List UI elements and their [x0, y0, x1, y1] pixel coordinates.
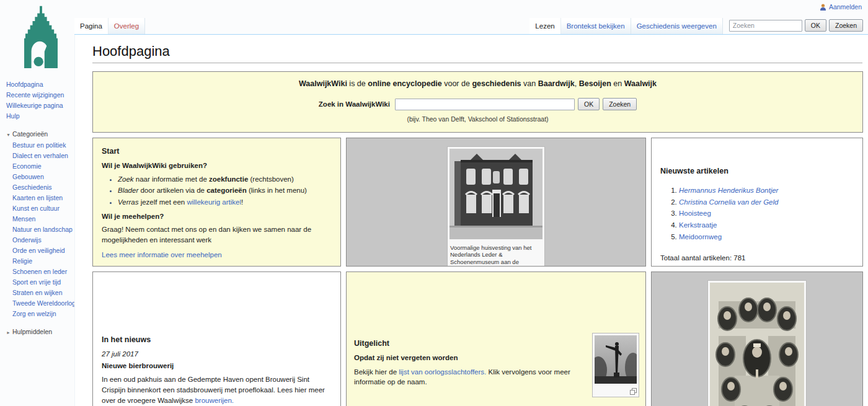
site-logo[interactable] — [11, 4, 71, 68]
meehelpen-link[interactable]: Lees meer informatie over meehelpen — [102, 251, 222, 258]
featured-title: Uitgelicht — [354, 338, 577, 349]
newest-articles-box: Nieuwste artikelen Hermannus Henderikus … — [651, 138, 863, 267]
tab-geschiedenis-weergeven[interactable]: Geschiedenis weergeven — [631, 18, 723, 34]
tab-brontekst-bekijken[interactable]: Brontekst bekijken — [561, 18, 631, 34]
war-memorial-photo[interactable] — [595, 335, 637, 384]
start-bullets: Zoek naar informatie met de zoekfunctie … — [118, 174, 332, 208]
sidebar-section-hulpmiddelen[interactable]: ►Hulpmiddelen — [6, 328, 74, 335]
email-icon: ✉ — [219, 267, 224, 267]
start-box: Start Wil je WaalwijkWiki gebruiken? Zoe… — [92, 138, 341, 267]
sidebar-item-category[interactable]: Kaarten en lijsten — [12, 193, 74, 203]
search-submit-button[interactable]: Zoeken — [829, 19, 863, 32]
portraits-thumb-card — [707, 280, 807, 406]
sidebar-item-category[interactable]: Straten en wijken — [12, 288, 74, 298]
banner-search-label: Zoek in WaalwijkWiki — [319, 99, 390, 110]
page-title: Hoofdpagina — [92, 43, 862, 63]
news-date: 27 juli 2017 — [102, 349, 332, 360]
sidebar-item-category[interactable]: Schoenen en leder — [12, 267, 74, 277]
banner-search-input[interactable] — [395, 99, 575, 110]
sidebar-item-category[interactable]: Dialect en verhalen — [12, 151, 74, 161]
sidebar-item-hulp[interactable]: Hulp — [6, 111, 74, 121]
news-body: In een oud pakhuis aan de Gedempte Haven… — [102, 374, 332, 405]
intro-text: WaalwijkWiki is de online encyclopedie v… — [93, 78, 862, 89]
featured-box: Uitgelicht Opdat zij niet vergeten worde… — [346, 271, 646, 406]
tab-pagina[interactable]: Pagina — [74, 18, 108, 34]
sidebar-item-category[interactable]: Economie — [12, 161, 74, 172]
museum-photo-box: Voormalige huisvesting van het Nederland… — [346, 138, 646, 267]
tab-bar: Pagina Overleg Lezen Brontekst bekijken … — [74, 19, 868, 35]
sidebar-item-category[interactable]: Religie — [12, 256, 74, 267]
banner-zoeken-button[interactable]: Zoeken — [603, 98, 637, 110]
sidebar-item-recente-wijzigingen[interactable]: Recente wijzigingen — [6, 90, 74, 100]
random-article-link[interactable]: willekeurig artikel — [187, 198, 241, 206]
personal-bar: Aanmelden — [820, 3, 862, 11]
museum-building-photo[interactable] — [450, 149, 542, 239]
tab-overleg[interactable]: Overleg — [108, 18, 145, 34]
sidebar-item-category[interactable]: Mensen — [12, 214, 74, 224]
newest-title: Nieuwste artikelen — [660, 165, 854, 177]
chevron-right-icon: ► — [6, 330, 12, 335]
sidebar-item-category[interactable]: Natuur en landschap — [12, 224, 74, 235]
start-question-1: Wil je WaalwijkWiki gebruiken? — [102, 161, 332, 171]
contact-line: Contact: waalwijkwiki@erstelinghe.nl✉ — [102, 265, 332, 267]
list-item[interactable]: Kerkstraatje — [679, 220, 854, 231]
sidebar: Hoofdpagina Recente wijzigingen Willekeu… — [0, 0, 74, 406]
banner-search-hint: (bijv. Theo van Delft, Vakschool of Stat… — [93, 115, 862, 124]
sidebar-item-hoofdpagina[interactable]: Hoofdpagina — [6, 79, 74, 90]
sidebar-item-category[interactable]: Zorg en welzijn — [12, 309, 74, 319]
chevron-down-icon: ▼ — [6, 133, 12, 137]
help-more-line: Lees meer informatie over meehelpen — [102, 250, 332, 260]
museum-thumb-card: Voormalige huisvesting van het Nederland… — [447, 146, 545, 267]
featured-body: Bekijk hier de lijst van oorlogsslachtof… — [354, 367, 577, 387]
statue-thumb-card — [592, 333, 639, 397]
banner-search: Zoek in WaalwijkWiki OK Zoeken — [93, 98, 862, 110]
banner-ok-button[interactable]: OK — [578, 98, 600, 110]
start-paragraph: Graag! Neem contact met ons op en dan ki… — [102, 224, 332, 245]
list-item[interactable]: Hooisteeg — [679, 208, 854, 219]
login-link[interactable]: Aanmelden — [829, 3, 862, 11]
namespace-tabs: Pagina Overleg — [74, 18, 145, 34]
sidebar-nav: Hoofdpagina Recente wijzigingen Willekeu… — [6, 79, 74, 335]
enlarge-icon[interactable] — [630, 388, 637, 395]
sidebar-item-category[interactable]: Bestuur en politiek — [12, 140, 74, 151]
user-icon — [820, 4, 826, 11]
portraits-photo-box — [651, 271, 863, 406]
start-question-2: Wil je meehelpen? — [102, 211, 332, 222]
sidebar-item-category[interactable]: Geschiedenis — [12, 182, 74, 193]
sidebar-categories: Bestuur en politiek Dialect en verhalen … — [6, 140, 74, 319]
sidebar-item-category[interactable]: Kunst en cultuur — [12, 203, 74, 214]
news-title: In het nieuws — [102, 334, 332, 345]
site-search: OK Zoeken — [729, 19, 863, 32]
intro-banner: WaalwijkWiki is de online encyclopedie v… — [92, 71, 863, 133]
search-input[interactable] — [729, 20, 802, 32]
page: Aanmelden Hoofdpagina Recente wijziginge… — [0, 0, 868, 406]
view-tabs: Lezen Brontekst bekijken Geschiedenis we… — [529, 18, 868, 34]
list-item: Zoek naar informatie met de zoekfunctie … — [118, 174, 332, 185]
sidebar-item-category[interactable]: Tweede Wereldoorlog — [12, 298, 74, 309]
list-item[interactable]: Hermannus Henderikus Bontjer — [679, 185, 854, 196]
sidebar-item-category[interactable]: Gebouwen — [12, 172, 74, 182]
contact-email-link[interactable]: waalwijkwiki@erstelinghe.nl — [130, 266, 218, 267]
sidebar-item-category[interactable]: Orde en veiligheid — [12, 245, 74, 256]
mainpage-grid: WaalwijkWiki is de online encyclopedie v… — [92, 71, 863, 406]
list-item[interactable]: Christina Cornelia van der Geld — [679, 197, 854, 208]
brouwerijen-link[interactable]: brouwerijen. — [195, 397, 234, 404]
newest-list: Hermannus Henderikus Bontjer Christina C… — [679, 185, 854, 242]
oorlogsslachtoffers-link[interactable]: lijst van oorlogsslachtoffers. — [399, 368, 486, 376]
sidebar-section-categorieen[interactable]: ▼Categorieën — [6, 130, 74, 138]
tower-logo-icon — [14, 4, 68, 68]
list-item[interactable]: Meidoornweg — [679, 232, 854, 242]
sidebar-item-category[interactable]: Sport en vrije tijd — [12, 277, 74, 288]
search-ok-button[interactable]: OK — [805, 19, 826, 32]
sidebar-item-willekeurige-pagina[interactable]: Willekeurige pagina — [6, 100, 74, 111]
list-item: Blader door artikelen via de categorieën… — [118, 185, 332, 196]
news-box: In het nieuws 27 juli 2017 Nieuwe bierbr… — [92, 271, 341, 406]
sidebar-item-category[interactable]: Onderwijs — [12, 235, 74, 245]
tab-lezen[interactable]: Lezen — [529, 18, 560, 34]
historic-portraits-photo[interactable] — [710, 283, 804, 406]
start-title: Start — [102, 146, 332, 157]
museum-caption: Voormalige huisvesting van het Nederland… — [450, 242, 542, 267]
featured-subtitle: Opdat zij niet vergeten worden — [354, 353, 577, 363]
list-item: Verras jezelf met een willekeurig artike… — [118, 197, 332, 208]
content-area: Hoofdpagina WaalwijkWiki is de online en… — [74, 35, 868, 406]
